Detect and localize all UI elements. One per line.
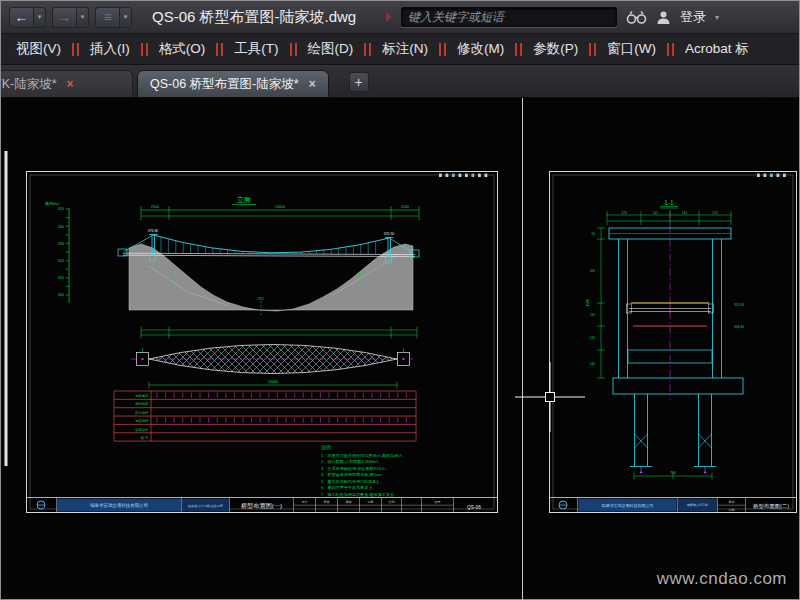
menu-separator xyxy=(667,43,674,56)
back-button[interactable]: ← xyxy=(9,7,33,28)
pickbox xyxy=(546,393,555,402)
menu-format[interactable]: 格式(O) xyxy=(148,34,217,64)
company-name: 福建省宏远交通科技有限公司 xyxy=(90,502,149,508)
inner-frame xyxy=(553,175,793,509)
svg-text:ZK3: ZK3 xyxy=(358,272,364,276)
svg-text:140: 140 xyxy=(590,362,596,366)
svg-text:日期: 日期 xyxy=(367,500,373,504)
main-cable xyxy=(153,235,389,253)
svg-text:地面高程: 地面高程 xyxy=(134,419,149,423)
tab-close-icon[interactable]: × xyxy=(67,78,74,90)
elevation-title: 立面 xyxy=(237,196,251,204)
svg-text:145: 145 xyxy=(682,211,688,215)
login-button[interactable]: 登录 xyxy=(680,8,706,26)
tab-qs06-active[interactable]: QS-06 桥型布置图-陆家坡* × xyxy=(137,70,329,97)
menu-parametric[interactable]: 参数(P) xyxy=(522,34,589,64)
section-top-dimensions: 170145145170 xyxy=(607,211,731,225)
search-box[interactable] xyxy=(401,7,617,27)
foundation-section xyxy=(613,378,743,473)
binoculars-search-icon[interactable] xyxy=(626,10,647,25)
svg-text:说明:: 说明: xyxy=(320,445,332,451)
menu-modify[interactable]: 修改(M) xyxy=(446,34,515,64)
svg-text:7、施工时应加强监控量测,确保施工安全。: 7、施工时应加强监控量测,确保施工安全。 xyxy=(321,492,398,497)
hanger-cables xyxy=(161,237,376,254)
watermark: www.cndao.com xyxy=(657,569,787,589)
menu-draw[interactable]: 绘图(D) xyxy=(297,34,365,64)
new-tab-button[interactable]: + xyxy=(349,72,369,92)
menu-separator xyxy=(216,43,223,56)
inner-frame xyxy=(30,175,494,509)
menu-acrobat[interactable]: Acrobat 标 xyxy=(674,34,760,64)
svg-text:审核: 审核 xyxy=(729,500,735,504)
bridge-plan: 14000 xyxy=(131,345,413,389)
deck-plan-lattice xyxy=(149,345,397,374)
cad-drawing[interactable]: 立面 2500100002500 高程(m) 65064063062061060… xyxy=(1,98,800,600)
svg-text:170: 170 xyxy=(621,211,627,215)
forward-history-dropdown-icon[interactable]: ▾ xyxy=(76,7,89,28)
plan-dimension: 14000 xyxy=(149,380,397,388)
svg-text:复核: 复核 xyxy=(323,500,329,504)
search-collapse-icon[interactable] xyxy=(386,12,392,22)
section-title: 1-1 xyxy=(664,199,674,206)
svg-text:120: 120 xyxy=(590,336,596,340)
menu-separator xyxy=(290,43,297,56)
svg-text:55: 55 xyxy=(591,232,595,236)
svg-text:1、本图尺寸除注明外均以厘米计,高程以米计。: 1、本图尺寸除注明外均以厘米计,高程以米计。 xyxy=(321,453,406,459)
svg-text:审核: 审核 xyxy=(345,500,351,504)
right-viewport: 1-1 170145145170 xyxy=(550,172,797,513)
tab-tk-lujiapo[interactable]: TK-陆家坡* × xyxy=(1,70,133,97)
forward-button[interactable]: → xyxy=(52,7,76,28)
tab-label: QS-06 桥型布置图-陆家坡* xyxy=(150,76,299,93)
menu-insert[interactable]: 插入(I) xyxy=(79,34,141,64)
drawing-notes: 说明:1、本图尺寸除注明外均以厘米计,高程以米计。2、设计荷载:人群荷载3.5k… xyxy=(320,445,406,497)
menu-separator xyxy=(439,43,446,56)
crosshair-cursor xyxy=(515,362,585,432)
app-window: ← ▾ → ▾ ≡ ▾ QS-06 桥型布置图-陆家坡.dwg xyxy=(0,0,800,600)
left-titleblock: 福建省宏远交通科技有限公司 陆家坡人行吊桥改造工程 桥型布置图(一) 设计 复核… xyxy=(27,498,498,513)
svg-text:700: 700 xyxy=(670,471,676,475)
left-edge-strip xyxy=(5,151,8,466)
menu-separator xyxy=(589,43,596,56)
svg-text:比例: 比例 xyxy=(388,500,394,504)
back-history-dropdown-icon[interactable]: ▾ xyxy=(33,7,46,28)
document-tabbar: TK-陆家坡* × QS-06 桥型布置图-陆家坡* × + xyxy=(1,65,799,98)
nav-menu-button[interactable]: ≡ xyxy=(95,7,119,28)
menu-view[interactable]: 视图(V) xyxy=(5,34,72,64)
tab-close-icon[interactable]: × xyxy=(309,78,316,90)
svg-text:桩 号: 桩 号 xyxy=(140,436,149,440)
menu-separator xyxy=(141,43,148,56)
drawing-area[interactable]: 立面 2500100002500 高程(m) 65064063062061060… xyxy=(1,98,799,599)
svg-text:650: 650 xyxy=(58,207,64,211)
left-viewport: 立面 2500100002500 高程(m) 65064063062061060… xyxy=(27,172,498,513)
drawing-number: QS-06 xyxy=(467,505,481,510)
svg-text:10000: 10000 xyxy=(275,205,285,209)
project-name: 陆家坡人行吊桥改造工程 xyxy=(188,504,224,508)
forward-nav-group: → ▾ xyxy=(52,7,89,28)
user-icon[interactable] xyxy=(656,10,671,25)
right-tower-elevation-label: 375.90 xyxy=(384,232,394,236)
svg-text:610: 610 xyxy=(58,276,64,280)
menubar: 视图(V) 插入(I) 格式(O) 工具(T) 绘图(D) 标注(N) 修改(M… xyxy=(1,34,799,65)
svg-text:ZK2: ZK2 xyxy=(258,297,264,301)
svg-text:145: 145 xyxy=(653,211,659,215)
drawing-title: 桥型布置图(一) xyxy=(240,502,282,510)
tab-label: TK-陆家坡* xyxy=(1,76,57,93)
tower-section: 375.90 368.40 xyxy=(609,210,744,400)
menu-dimension[interactable]: 标注(N) xyxy=(371,34,439,64)
back-nav-group: ← ▾ xyxy=(9,7,46,28)
search-area: 登录 ▾ xyxy=(386,7,719,27)
deck-elevation-label: 375.90 xyxy=(734,303,744,307)
drawing-no-label: 图号 xyxy=(434,500,440,504)
section-side-dimensions: 553201151201401500 xyxy=(586,228,605,378)
svg-text:3、主缆采用钢丝绳,安全系数K≥3.0。: 3、主缆采用钢丝绳,安全系数K≥3.0。 xyxy=(321,466,388,471)
document-title: QS-06 桥型布置图-陆家坡.dwg xyxy=(152,8,356,27)
svg-text:4、桥面铺装采用防腐木板,厚5cm。: 4、桥面铺装采用防腐木板,厚5cm。 xyxy=(321,472,385,477)
menu-tools[interactable]: 工具(T) xyxy=(223,34,289,64)
menu-window[interactable]: 窗口(W) xyxy=(596,34,667,64)
svg-text:14000: 14000 xyxy=(268,380,279,384)
search-input[interactable] xyxy=(408,10,610,24)
svg-text:坡度坡长: 坡度坡长 xyxy=(134,428,149,432)
login-dropdown-icon[interactable]: ▾ xyxy=(715,13,719,22)
right-titleblock: 福建省宏远交通科技有限公司 陆家坡人行吊桥 审核 日期 桥型布置图(二) xyxy=(550,498,797,513)
nav-menu-dropdown-icon[interactable]: ▾ xyxy=(119,7,132,28)
